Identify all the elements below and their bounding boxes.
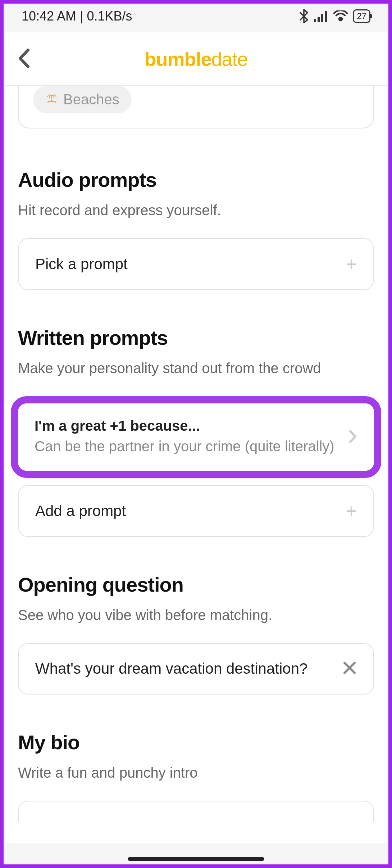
- section-subtitle: Make your personality stand out from the…: [18, 358, 374, 378]
- wifi-icon: [333, 10, 348, 22]
- interest-card: Beaches: [18, 86, 374, 128]
- add-prompt-card[interactable]: Add a prompt +: [18, 485, 374, 537]
- svg-rect-2: [321, 14, 323, 22]
- section-subtitle: See who you vibe with before matching.: [18, 605, 374, 625]
- prompt-answer: Can be the partner in your crime (quite …: [35, 436, 349, 456]
- section-title: My bio: [18, 731, 374, 754]
- svg-rect-1: [318, 17, 320, 22]
- home-indicator[interactable]: [128, 857, 264, 861]
- interest-chip-beaches[interactable]: Beaches: [33, 86, 132, 113]
- plus-icon: +: [346, 253, 357, 275]
- back-button[interactable]: [18, 49, 30, 69]
- section-subtitle: Hit record and express yourself.: [18, 200, 374, 220]
- card-label: Add a prompt: [35, 502, 126, 520]
- battery-icon: 27: [353, 9, 370, 23]
- opening-question-card[interactable]: What's your dream vacation destination?: [18, 643, 374, 695]
- chip-label: Beaches: [63, 91, 119, 108]
- svg-rect-3: [325, 11, 327, 22]
- section-title: Opening question: [18, 573, 374, 596]
- svg-point-4: [339, 18, 342, 21]
- beach-icon: [45, 91, 58, 108]
- section-title: Written prompts: [18, 326, 374, 349]
- audio-prompts-section: Audio prompts Hit record and express you…: [18, 168, 374, 290]
- prompt-question: I'm a great +1 because...: [35, 418, 349, 434]
- card-label: Pick a prompt: [35, 256, 128, 273]
- my-bio-section: My bio Write a fun and punchy intro: [18, 731, 374, 822]
- opening-question-section: Opening question See who you vibe with b…: [18, 573, 374, 695]
- close-icon[interactable]: [342, 661, 357, 677]
- bluetooth-icon: [299, 9, 309, 23]
- written-prompt-item[interactable]: I'm a great +1 because... Can be the par…: [11, 396, 381, 478]
- plus-icon: +: [346, 500, 357, 522]
- bio-card[interactable]: [18, 801, 374, 822]
- chevron-right-icon: [349, 430, 357, 445]
- section-title: Audio prompts: [18, 168, 374, 191]
- written-prompts-section: Written prompts Make your personality st…: [18, 326, 374, 537]
- nav-bar: [4, 843, 388, 868]
- signal-icon: [314, 10, 328, 22]
- status-icons: 27: [299, 9, 370, 23]
- pick-prompt-card[interactable]: Pick a prompt +: [18, 238, 374, 290]
- status-bar: 10:42 AM | 0.1KB/s 27: [0, 0, 392, 32]
- section-subtitle: Write a fun and punchy intro: [18, 763, 374, 783]
- question-text: What's your dream vacation destination?: [35, 658, 307, 679]
- app-header: bumbledate: [0, 32, 392, 86]
- svg-rect-0: [314, 19, 316, 22]
- status-time: 10:42 AM | 0.1KB/s: [22, 9, 132, 24]
- app-logo: bumbledate: [144, 48, 247, 70]
